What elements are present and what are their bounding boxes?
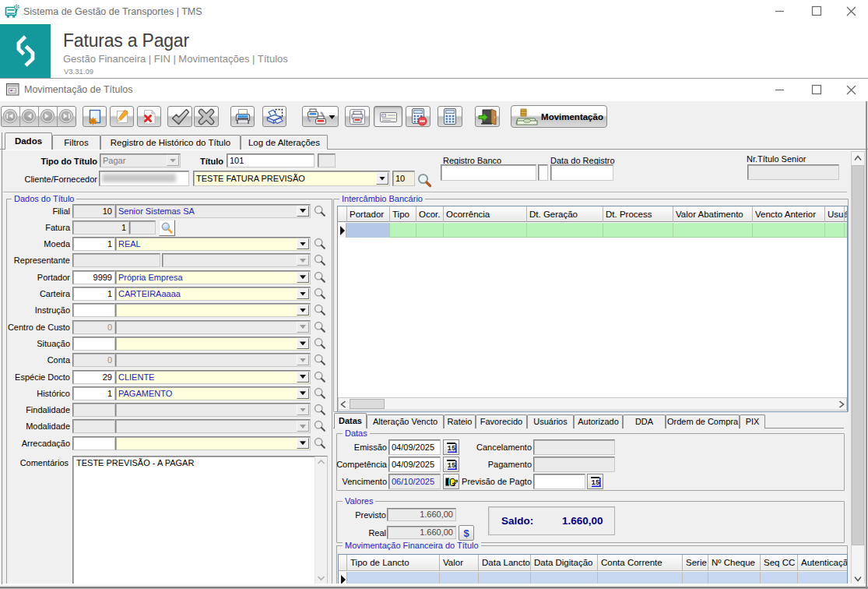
svg-text:15: 15 xyxy=(591,479,599,487)
